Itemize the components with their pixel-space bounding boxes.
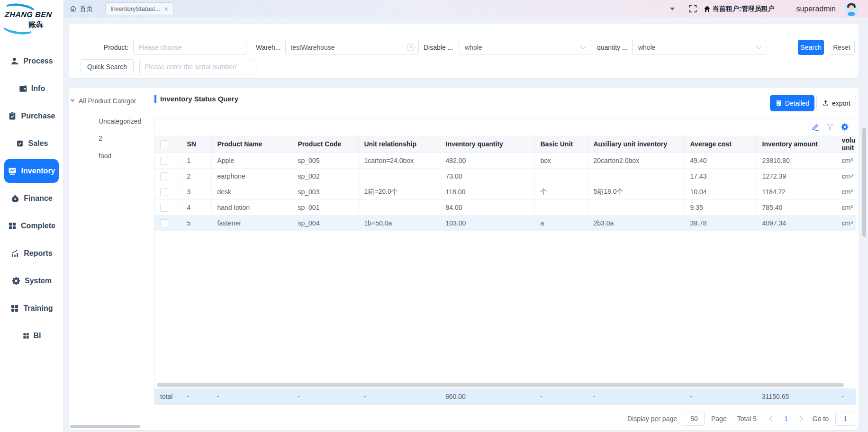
quantity-select[interactable]: whole (632, 40, 767, 54)
tree-item-2[interactable]: 2 (99, 135, 102, 142)
table-container: SN Product Name Product Code Unit relati… (154, 118, 855, 405)
home-tab[interactable]: 首页 (70, 5, 93, 13)
cell-inventory-quantity: 103.00 (440, 216, 534, 231)
header-inventory-amount[interactable]: Inventory amount (756, 135, 836, 153)
horizontal-scrollbar-thumb[interactable] (157, 383, 844, 387)
header-average-cost[interactable]: Average cost (684, 135, 756, 153)
chevron-down-icon[interactable] (670, 8, 675, 10)
warehouse-input[interactable] (286, 44, 418, 51)
app-window: ZHANG BEN 账犇 Process Info Purchase Sales (0, 0, 868, 432)
cell-auxiliary-unit (588, 200, 684, 216)
select-all-checkbox[interactable] (160, 140, 168, 148)
page-label: Page (711, 415, 727, 423)
warehouse-label: Wareh... (256, 44, 282, 51)
header-product-code[interactable]: Product Code (292, 135, 358, 153)
sidebar-item-purchase[interactable]: Purchase (4, 104, 59, 128)
tree-horizontal-scrollbar[interactable] (70, 425, 140, 428)
row-checkbox[interactable] (160, 204, 168, 212)
tree-root-all-product-categories[interactable]: All Product Categor (70, 97, 136, 105)
tree-item-food[interactable]: food (99, 152, 111, 160)
house-icon (704, 5, 711, 12)
sidebar-item-reports[interactable]: Reports (4, 242, 59, 265)
goto-page-input-wrap[interactable] (835, 412, 855, 426)
ellipsis-icon[interactable]: ... (235, 44, 242, 51)
cell-product-code: sp_005 (292, 153, 358, 169)
warehouse-input-wrap[interactable]: ✕ (285, 40, 419, 54)
cell-product-name: hand lotion (211, 200, 292, 216)
cell-sn: 2 (181, 169, 211, 184)
disable-select[interactable]: whole (459, 40, 591, 54)
table-row[interactable]: 1 Apple sp_005 1carton=24.0box 482.00 bo… (154, 153, 856, 169)
sidebar-item-sales[interactable]: Sales (4, 132, 59, 155)
cell-inventory-quantity: 482.00 (440, 153, 534, 169)
header-product-name[interactable]: Product Name (211, 135, 292, 153)
cell-product-code: sp_002 (292, 169, 358, 184)
header-inventory-quantity[interactable]: Inventory quantity (440, 135, 534, 153)
reset-button[interactable]: Reset (829, 40, 855, 55)
close-icon[interactable]: × (164, 6, 168, 12)
chart-line-icon (8, 166, 17, 176)
cell-product-code: sp_001 (292, 200, 358, 216)
prev-page-icon[interactable] (769, 415, 776, 422)
page-vertical-scrollbar[interactable] (862, 128, 866, 237)
header-sn[interactable]: SN (181, 135, 211, 153)
sidebar-item-info[interactable]: Info (4, 77, 59, 100)
quick-search-input[interactable] (140, 63, 256, 71)
sidebar-item-system[interactable]: System (4, 269, 59, 293)
header-unit-relationship[interactable]: Unit relationship (358, 135, 440, 153)
detailed-button[interactable]: Detailed (770, 95, 814, 111)
cell-average-cost: 17.43 (684, 169, 756, 184)
tab-inventory-status[interactable]: InventoryStatusI... × (105, 2, 173, 15)
sidebar-item-label: Training (23, 304, 53, 313)
export-icon (822, 99, 829, 107)
cell-inventory-amount: 785.40 (756, 200, 836, 216)
sidebar-item-training[interactable]: Training (4, 297, 59, 320)
header-auxiliary-unit-inventory[interactable]: Auxiliary unit inventory (588, 135, 684, 153)
cell-product-code: sp_003 (292, 184, 358, 200)
sidebar-item-process[interactable]: Process (4, 49, 59, 73)
content-panel: All Product Categor Uncategorized 2 food… (69, 88, 859, 430)
sidebar-item-complete[interactable]: Complete (4, 214, 59, 238)
export-button[interactable]: export (816, 95, 856, 111)
clear-icon[interactable]: ✕ (407, 44, 415, 51)
page-size-input[interactable] (684, 414, 704, 423)
header-basic-unit[interactable]: Basic Unit (534, 135, 588, 153)
check-square-icon (15, 139, 25, 148)
page-size-input-wrap[interactable] (684, 412, 705, 426)
cell-average-cost: 39.78 (684, 216, 756, 231)
sidebar-item-bi[interactable]: BI (4, 324, 59, 348)
search-button[interactable]: Search (798, 40, 824, 55)
table-row-highlighted[interactable]: 5 fastener sp_004 1b=50.0a 103.00 a 2b3.… (154, 216, 856, 231)
avatar[interactable] (844, 2, 859, 16)
fullscreen-icon[interactable] (689, 5, 697, 13)
product-select-input[interactable]: ... (133, 40, 246, 54)
goto-page-input[interactable] (836, 414, 855, 423)
settings-gear-icon[interactable] (841, 123, 849, 131)
row-checkbox[interactable] (160, 172, 168, 180)
cell-inventory-quantity: 73.00 (440, 169, 534, 184)
inventory-table: SN Product Name Product Code Unit relati… (154, 135, 856, 231)
row-checkbox[interactable] (160, 188, 168, 196)
table-row[interactable]: 3 desk sp_003 1箱=20.0个 118.00 个 5箱18.0个 … (154, 184, 856, 200)
sidebar-item-finance[interactable]: ¥ Finance (4, 187, 59, 210)
edit-pen-icon[interactable] (811, 123, 820, 131)
header-volume-unit[interactable]: volume unit (836, 135, 856, 153)
sidebar-item-inventory[interactable]: Inventory (4, 159, 59, 183)
cell-auxiliary-unit (588, 169, 684, 184)
table-empty-area (154, 231, 855, 382)
filter-funnel-icon[interactable] (826, 123, 834, 131)
quick-search-input-wrap[interactable] (139, 60, 256, 74)
next-page-icon[interactable] (796, 415, 803, 422)
tenant-indicator[interactable]: 当前租户:管理员租户 (704, 5, 775, 13)
quick-search-button[interactable]: Quick Search (81, 59, 134, 74)
username[interactable]: superadmin (796, 5, 836, 13)
row-checkbox[interactable] (160, 219, 168, 227)
row-checkbox[interactable] (160, 157, 168, 165)
person-icon (10, 56, 19, 66)
table-row[interactable]: 4 hand lotion sp_001 84.00 9.35 785.40 c… (154, 200, 856, 216)
table-row[interactable]: 2 earphone sp_002 73.00 17.43 1272.39 cm… (154, 169, 856, 184)
tree-item-uncategorized[interactable]: Uncategorized (99, 117, 141, 125)
product-input[interactable] (134, 44, 246, 51)
caret-down-icon[interactable] (70, 99, 75, 102)
current-page-button[interactable]: 1 (781, 415, 791, 423)
